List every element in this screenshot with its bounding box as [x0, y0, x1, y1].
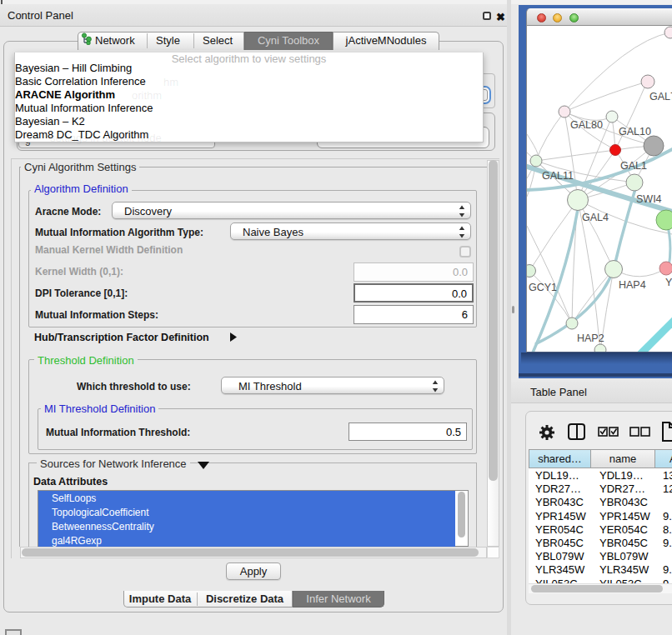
svg-text:Y: Y	[665, 277, 672, 288]
svg-text:HAP2: HAP2	[577, 332, 604, 344]
svg-text:GAL11: GAL11	[542, 170, 574, 182]
svg-text:GAL80: GAL80	[570, 119, 603, 131]
svg-text:GAL4: GAL4	[582, 212, 609, 223]
svg-text:HAP4: HAP4	[619, 279, 646, 291]
svg-text:GAL10: GAL10	[619, 126, 651, 138]
svg-text:GAL7: GAL7	[649, 91, 672, 102]
svg-text:GAL1: GAL1	[620, 160, 647, 172]
svg-text:SWI4: SWI4	[636, 193, 662, 205]
svg-text:GCY1: GCY1	[529, 282, 557, 293]
